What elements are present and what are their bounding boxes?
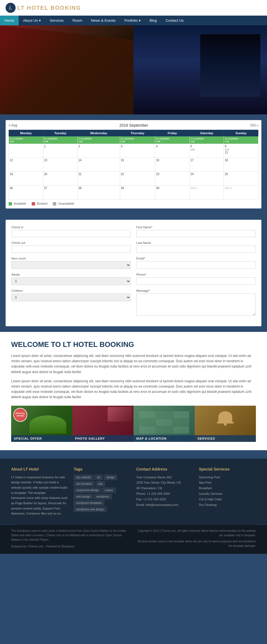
booked-color-dot (32, 202, 35, 205)
cal-day[interactable]: 13 (43, 158, 78, 172)
check-out-group: Check out (11, 241, 131, 253)
feature-card-services[interactable]: SERVICES (195, 406, 256, 442)
cal-day[interactable]: 30 (155, 186, 190, 200)
tag-wordpress-web-design[interactable]: wordpress web design (74, 507, 107, 512)
tag-last-template[interactable]: last template (74, 481, 95, 486)
cal-day[interactable]: 17 (189, 158, 224, 172)
nav-item-contact[interactable]: Contact Us (161, 16, 188, 25)
nav-link-portfolio[interactable]: Portfolio ▾ (120, 16, 145, 25)
cal-day[interactable]: 26 (9, 186, 43, 200)
nav-item-home[interactable]: Home (0, 16, 19, 25)
first-name-input[interactable] (136, 230, 256, 237)
cal-day[interactable] (9, 144, 43, 158)
cal-day[interactable]: 29 (120, 186, 155, 200)
tag-any-website[interactable]: any website (74, 475, 93, 480)
legend-unavailable: Unavailable (53, 202, 74, 205)
nav-link-room[interactable]: Room (68, 16, 87, 25)
nav-item-news[interactable]: News & Events (86, 16, 120, 25)
nav-link-home[interactable]: Home (0, 16, 19, 25)
cal-day[interactable]: 23 (155, 172, 190, 186)
tag-wordpress-templates[interactable]: wordpress templates (74, 500, 104, 506)
feature-card-special-offer[interactable]: SPECIALOFFER SPECIAL OFFER (11, 406, 72, 442)
check-out-input[interactable] (11, 246, 131, 253)
feature-cards: SPECIALOFFER SPECIAL OFFER PHOTO GALLERY (11, 406, 256, 442)
message-textarea[interactable] (136, 293, 256, 316)
cal-day[interactable]: 20 (43, 172, 78, 186)
footer-services-list: Swimming Pool Spa Pool Breakfast Laundry… (199, 475, 256, 508)
cal-header-wednesday: Wednesday (78, 130, 120, 136)
tag-unique[interactable]: unique (102, 488, 116, 493)
nav-item-room[interactable]: Room (68, 16, 87, 25)
cal-day[interactable]: 28 (78, 186, 120, 200)
cal-day[interactable]: 18 (224, 158, 258, 172)
calendar-prev[interactable]: « Aug (9, 123, 17, 127)
cal-day[interactable]: 24 (189, 172, 224, 186)
feature-card-photo-gallery[interactable]: PHOTO GALLERY (72, 406, 134, 442)
nav-item-portfolio[interactable]: Portfolio ▾ (120, 16, 145, 25)
nav-link-blog[interactable]: Blog (145, 16, 161, 25)
first-name-label: First Name* (136, 226, 256, 229)
tag-wordpress[interactable]: wordpress (94, 494, 112, 499)
feature-card-map[interactable]: MAP & LOCATION (134, 406, 195, 442)
unavailable-color-dot (53, 202, 56, 205)
nav-item-blog[interactable]: Blog (145, 16, 161, 25)
cal-day[interactable]: 5so$ (189, 144, 224, 158)
logo: L LT HOTEL BOOKING (6, 3, 81, 13)
nav-link-contact[interactable]: Contact Us (161, 16, 188, 25)
cal-day[interactable]: 22 (120, 172, 155, 186)
feature-card-title-3: MAP & LOCATION (136, 437, 192, 440)
tag-php[interactable]: php (96, 481, 105, 486)
contact-phone: Phone: +1 223 334 3434 (136, 491, 193, 497)
cal-day[interactable]: 15 (120, 158, 155, 172)
nav-link-news[interactable]: News & Events (86, 16, 120, 25)
cal-day[interactable]: 3 (120, 144, 155, 158)
last-name-label: Last Name (136, 241, 256, 244)
cal-day[interactable]: 1 (43, 144, 78, 158)
item-count-select[interactable]: 1 2 3 (11, 261, 131, 269)
last-name-input[interactable] (136, 246, 256, 253)
tag-responsive-design[interactable]: responsive design (74, 488, 101, 493)
tag-design[interactable]: design (104, 475, 117, 480)
footer-legal-text: The Wordpress name is used under a limit… (11, 529, 131, 542)
cal-day[interactable]: 27 (43, 186, 78, 200)
cal-day[interactable]: 16 (155, 158, 190, 172)
nav-link-about[interactable]: About Us ▾ (19, 16, 45, 25)
cal-day[interactable]: 21 (78, 172, 120, 186)
cal-day[interactable]: Oct 1 (189, 186, 224, 200)
check-out-label: Check out (11, 241, 131, 244)
calendar-nav: « Aug 2016 September Oct » (9, 123, 258, 128)
legend-booked: Booked (32, 202, 47, 205)
cal-day[interactable]: 25 (224, 172, 258, 186)
nav-item-services[interactable]: Services (45, 16, 68, 25)
special-offer-badge: SPECIALOFFER (13, 408, 27, 422)
cal-day[interactable]: 4 (155, 144, 190, 158)
children-select[interactable]: 1 2 3 (11, 293, 131, 301)
feature-card-overlay-4: SERVICES (195, 435, 256, 442)
nav-item-about[interactable]: About Us ▾ (19, 16, 45, 25)
email-input[interactable] (136, 261, 256, 268)
cal-day[interactable]: 2 (78, 144, 120, 158)
navigation: Home About Us ▾ Services Room News & Eve… (0, 16, 267, 25)
phone-label: Phone* (136, 273, 256, 276)
cal-day[interactable]: Oct 2 (224, 186, 258, 200)
calendar-next[interactable]: Oct » (250, 123, 258, 127)
cal-week-3: 19 20 21 22 23 24 25 (9, 172, 258, 186)
cal-day[interactable]: 14 (78, 158, 120, 172)
last-name-group: Last Name (136, 241, 256, 253)
cal-day[interactable]: 19 (9, 172, 43, 186)
adults-select[interactable]: 1 2 3 4 (11, 277, 131, 285)
form-row-1: Check in First Name* (11, 226, 256, 237)
hero-banner (0, 25, 267, 114)
nav-link-services[interactable]: Services (45, 16, 68, 25)
message-label: Message* (136, 289, 256, 292)
cal-avail-cell: 10 available so$ (155, 136, 190, 144)
tag-art[interactable]: art (95, 475, 103, 480)
welcome-section: WELCOME TO LT HOTEL BOOKING Lorem ipsum … (0, 332, 267, 450)
cal-day[interactable]: 12 (9, 158, 43, 172)
check-in-input[interactable] (11, 230, 131, 237)
footer-contact-title: Contact Address (136, 467, 193, 471)
children-label: Children (11, 289, 131, 292)
cal-day[interactable]: 6so$11 (224, 144, 258, 158)
phone-input[interactable] (136, 277, 256, 285)
tag-web-design[interactable]: web design (74, 494, 93, 499)
